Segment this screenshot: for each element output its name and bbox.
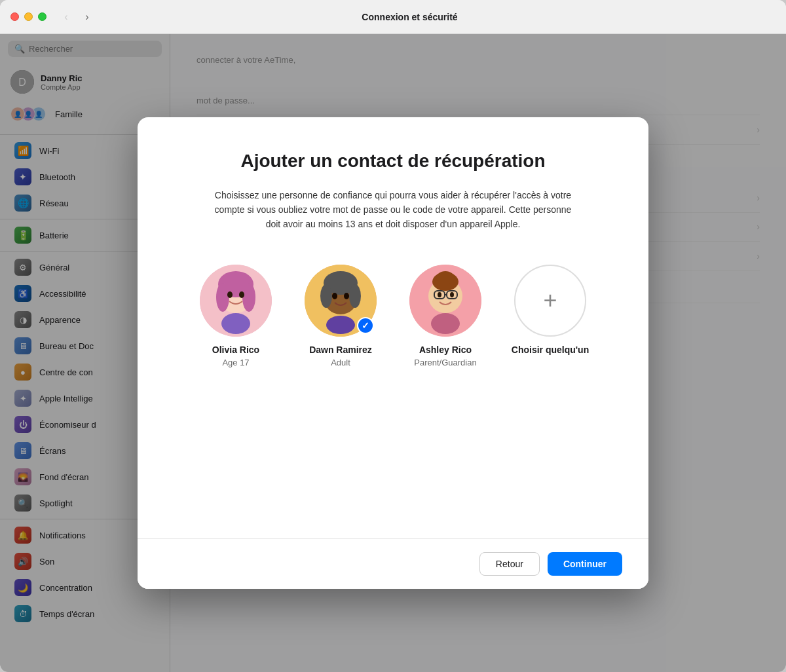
svg-point-25 xyxy=(438,292,441,297)
ashley-sub: Parent/Guardian xyxy=(414,358,476,367)
svg-point-26 xyxy=(450,292,454,297)
modal-body: Ajouter un contact de récupération Chois… xyxy=(138,117,648,538)
continuer-button[interactable]: Continuer xyxy=(548,552,622,576)
contact-card-dawn[interactable]: ✓ Dawn Ramirez Adult xyxy=(298,265,383,367)
dawn-sub: Adult xyxy=(331,358,350,367)
olivia-sub: Age 17 xyxy=(222,358,249,367)
svg-point-6 xyxy=(242,283,255,312)
svg-point-14 xyxy=(349,284,361,308)
modal-dialog: Ajouter un contact de récupération Chois… xyxy=(138,117,648,589)
dawn-name: Dawn Ramirez xyxy=(309,345,372,355)
svg-point-15 xyxy=(332,293,337,299)
window-title: Connexion et sécurité xyxy=(44,12,776,22)
contact-card-choose[interactable]: + Choisir quelqu'un xyxy=(508,265,593,358)
svg-point-9 xyxy=(221,313,250,334)
choose-avatar-wrap: + xyxy=(514,265,586,337)
svg-point-13 xyxy=(320,284,332,308)
dawn-avatar-wrap: ✓ xyxy=(305,265,377,337)
ashley-avatar xyxy=(409,265,481,337)
contact-card-ashley[interactable]: Ashley Rico Parent/Guardian xyxy=(403,265,488,367)
svg-point-17 xyxy=(326,316,355,334)
olivia-avatar xyxy=(200,265,272,337)
dawn-check-badge: ✓ xyxy=(357,317,374,334)
retour-button[interactable]: Retour xyxy=(479,552,540,576)
choose-avatar: + xyxy=(514,265,586,337)
svg-point-5 xyxy=(216,283,229,312)
svg-point-8 xyxy=(239,291,244,298)
close-button[interactable] xyxy=(10,12,19,21)
modal-description: Choisissez une personne de confiance qui… xyxy=(210,188,576,232)
contact-card-olivia[interactable]: Olivia Rico Age 17 xyxy=(193,265,278,367)
svg-point-16 xyxy=(344,293,349,299)
title-bar: ‹ › Connexion et sécurité xyxy=(0,0,786,34)
svg-point-7 xyxy=(227,291,233,298)
olivia-avatar-wrap xyxy=(200,265,272,337)
traffic-lights xyxy=(10,12,47,21)
olivia-name: Olivia Rico xyxy=(212,345,259,355)
mac-window: ‹ › Connexion et sécurité 🔍 D Danny Ric … xyxy=(0,0,786,672)
ashley-name: Ashley Rico xyxy=(419,345,472,355)
modal-overlay: Ajouter un contact de récupération Chois… xyxy=(0,34,786,672)
choose-name: Choisir quelqu'un xyxy=(512,345,589,355)
modal-footer: Retour Continuer xyxy=(138,538,648,589)
svg-point-21 xyxy=(436,271,455,284)
ashley-avatar-wrap xyxy=(409,265,481,337)
svg-point-27 xyxy=(431,313,460,334)
minimize-button[interactable] xyxy=(24,12,33,21)
contact-cards: Olivia Rico Age 17 xyxy=(193,265,593,367)
modal-title: Ajouter un contact de récupération xyxy=(240,150,545,172)
